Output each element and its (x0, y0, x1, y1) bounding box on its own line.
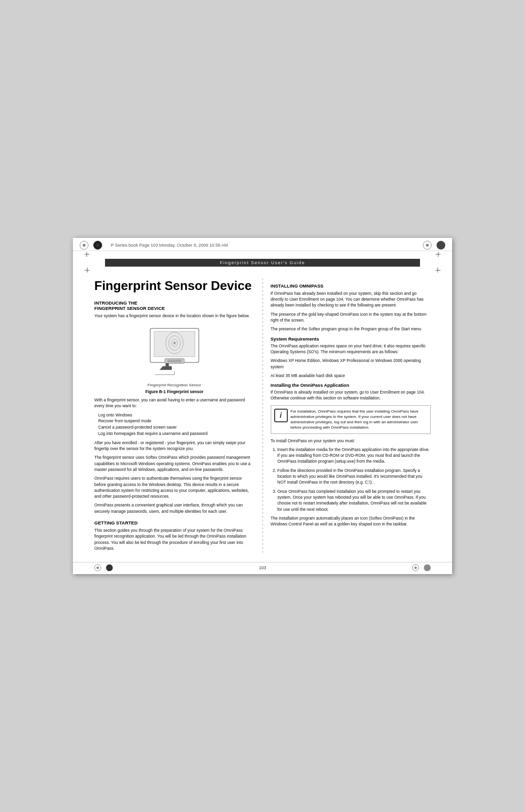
system-requirements-heading: System Requirements (271, 336, 431, 342)
to-install-text: To install OmniPass on your system you m… (271, 438, 431, 444)
benefit-item-4: Log into homepages that require a userna… (98, 431, 255, 437)
info-box-text: For installation, OmniPass requires that… (291, 409, 428, 431)
omnipass-auth-text: OmniPass requires users to authenticate … (94, 475, 255, 499)
presence-item-2: The presence of the Softex program group… (271, 326, 431, 332)
svg-point-8 (174, 342, 175, 344)
section-heading-installing: INSTALLING OMNIPASS (271, 283, 431, 289)
reg-mark-top-right-filled (437, 241, 445, 250)
install-step-2: Follow the directions provided in the Om… (278, 468, 431, 486)
bottom-reg-right (412, 564, 419, 571)
info-icon: i (274, 409, 288, 422)
corner-mark-tr (435, 252, 440, 258)
installing-application-heading: Installing the OmniPass Application (271, 382, 431, 388)
info-box: i For installation, OmniPass requires th… (271, 405, 431, 434)
nav-bar: Fingerprint Sensor User's Guide (105, 259, 420, 267)
installing-application-intro: If OmniPass is already installed on your… (271, 389, 431, 401)
omnipass-graphical-text: OmniPass presents a convenient graphical… (94, 502, 255, 514)
corner-mark-tl (85, 252, 90, 258)
install-step-3: Once OmniPass has completed installation… (278, 488, 431, 512)
corner-mark-br-nav (435, 268, 440, 273)
reg-mark-top-filled (93, 241, 102, 250)
after-enroll-text: After you have enrolled - or registered … (94, 440, 255, 452)
benefits-list: Log onto Windows Recover from suspend mo… (98, 412, 255, 437)
reg-mark-top-left (80, 241, 88, 250)
installing-intro-text: If OmniPass has already been installed o… (271, 290, 431, 308)
benefit-item-3: Cancel a password-protected screen saver (98, 424, 255, 431)
presence-item-1: The presence of the gold key-shaped Omni… (271, 311, 431, 324)
system-requirements-text: The OmniPass application requires space … (271, 343, 431, 355)
bottom-filled-left (106, 564, 113, 571)
with-sensor-text: With a fingerprint sensor, you can avoid… (94, 397, 255, 409)
benefit-item-2: Recover from suspend mode (98, 418, 255, 424)
final-text: The installation program automatically p… (271, 515, 431, 527)
figure-container: Fingerprint Recognition Sensor Figure B-… (94, 324, 255, 394)
install-step-1: Insert the installation media for the Om… (278, 447, 431, 465)
page-title: Fingerprint Sensor Device (94, 278, 255, 293)
section-heading-getting-started: GETTING STARTED (94, 520, 255, 525)
reg-mark-top-right (423, 241, 432, 250)
column-divider (262, 278, 263, 555)
bottom-filled-right (424, 564, 431, 571)
svg-marker-4 (160, 363, 172, 370)
sys-req-2: At least 35 MB available hard disk space (271, 373, 431, 379)
benefit-item-1: Log onto Windows (98, 412, 255, 418)
sys-req-1: Windows XP Home Edition, Windows XP Prof… (271, 358, 431, 370)
figure-caption-bold: Figure B-1 Fingerprint sensor (94, 389, 255, 394)
corner-mark-bl-nav (85, 268, 90, 273)
figure-caption-small: Fingerprint Recognition Sensor (94, 383, 255, 387)
installation-steps: Insert the installation media for the Om… (271, 447, 431, 512)
softex-text: The fingerprint sensor uses Softex OmniP… (94, 454, 255, 472)
page-number: 103 (259, 565, 266, 570)
fingerprint-sensor-image (136, 324, 213, 382)
svg-rect-3 (167, 360, 182, 362)
getting-started-text: This section guides you through the prep… (94, 527, 255, 551)
book-info: P Series.book Page 103 Monday, October 9… (111, 243, 228, 248)
intro-text: Your system has a fingerprint sensor dev… (94, 313, 255, 319)
section-heading-introducing: INTRODUCING THE FINGERPRINT SENSOR DEVIC… (94, 300, 255, 311)
bottom-reg-left (94, 564, 101, 571)
